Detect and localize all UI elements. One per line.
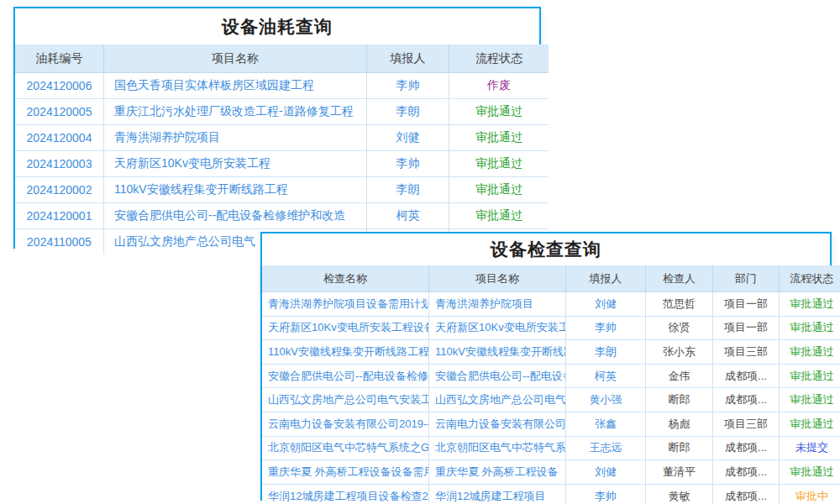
cell-status: 作废 [449, 73, 549, 99]
table-row[interactable]: 华润12城房建工程项目设备检查2华润12城房建工程项目李帅黄敏成都项...审批中 [262, 484, 840, 504]
cell-reporter[interactable]: 李帅 [367, 151, 449, 177]
column-header-project-name: 项目名称 [104, 45, 367, 73]
cell-status: 审批通过 [780, 388, 840, 412]
cell-reporter[interactable]: 刘健 [566, 292, 646, 317]
cell-project-name[interactable]: 山西弘文房地产总公司电气安 [429, 388, 566, 412]
equipment-inspection-table: 检查名称项目名称填报人检查人部门流程状态 青海洪湖养护院项目设备需用计划青海洪湖… [262, 265, 840, 504]
cell-inspector: 徐贤 [646, 316, 713, 340]
fuel-consumption-table: 油耗编号项目名称填报人流程状态 2024120006国色天香项目实体样板房区域园… [15, 45, 549, 255]
cell-reporter[interactable]: 张鑫 [566, 412, 646, 436]
cell-project-name[interactable]: 重庆江北污水处理厂级改造工程-道路修复工程 [104, 99, 367, 125]
table-row[interactable]: 2024120004青海洪湖养护院项目刘健审批通过 [15, 125, 549, 151]
cell-reporter[interactable]: 李朗 [367, 99, 449, 125]
cell-reporter[interactable]: 刘健 [566, 460, 646, 485]
table-row[interactable]: 2024120001安徽合肥供电公司--配电设备检修维护和改造柯英审批通过 [15, 203, 549, 229]
cell-project-name[interactable]: 华润12城房建工程项目 [429, 484, 566, 504]
cell-reporter[interactable]: 李朗 [367, 177, 449, 203]
table-header-row: 油耗编号项目名称填报人流程状态 [15, 45, 549, 73]
cell-inspector: 杨彪 [646, 412, 713, 436]
cell-reporter[interactable]: 李帅 [566, 484, 646, 504]
cell-status: 审批通过 [449, 151, 549, 177]
cell-fuel-id[interactable]: 2024120003 [15, 151, 104, 177]
cell-inspection-name[interactable]: 山西弘文房地产总公司电气安装工 [262, 388, 429, 412]
cell-project-name[interactable]: 安徽合肥供电公司--配电设备 [429, 364, 566, 388]
column-header-fuel-id: 油耗编号 [15, 45, 104, 73]
cell-fuel-id[interactable]: 2024120005 [15, 99, 104, 125]
cell-inspection-name[interactable]: 安徽合肥供电公司--配电设备检修维 [262, 364, 429, 388]
table-row[interactable]: 2024120002110kV安徽线程集变开断线路工程李朗审批通过 [15, 177, 549, 203]
cell-inspection-name[interactable]: 云南电力设备安装有限公司2019--1 [262, 412, 429, 436]
column-header-status: 流程状态 [780, 265, 840, 292]
cell-department: 成都项... [713, 364, 780, 388]
cell-department: 成都项... [713, 388, 780, 412]
cell-reporter[interactable]: 柯英 [566, 364, 646, 388]
cell-status: 未提交 [780, 436, 840, 460]
table-row[interactable]: 2024120006国色天香项目实体样板房区域园建工程李帅作废 [15, 73, 549, 99]
table-row[interactable]: 2024120005重庆江北污水处理厂级改造工程-道路修复工程李朗审批通过 [15, 99, 549, 125]
cell-project-name[interactable]: 天府新区10Kv变电所安装工程 [429, 316, 566, 340]
column-header-department: 部门 [713, 265, 780, 292]
table-row[interactable]: 2024120003天府新区10Kv变电所安装工程李帅审批通过 [15, 151, 549, 177]
cell-reporter[interactable]: 黄小强 [566, 388, 646, 412]
cell-inspection-name[interactable]: 华润12城房建工程项目设备检查2 [262, 484, 429, 504]
cell-fuel-id[interactable]: 2024120006 [15, 73, 104, 99]
cell-department: 项目一部 [713, 292, 780, 317]
cell-department: 项目三部 [713, 412, 780, 436]
cell-department: 成都项... [713, 436, 780, 460]
cell-fuel-id[interactable]: 2024110005 [15, 229, 104, 255]
cell-inspector: 断郎 [646, 436, 713, 460]
table-row[interactable]: 云南电力设备安装有限公司2019--1云南电力设备安装有限公司2张鑫杨彪项目三部… [262, 412, 840, 436]
table-row[interactable]: 天府新区10Kv变电所安装工程设备天府新区10Kv变电所安装工程李帅徐贤项目一部… [262, 316, 840, 340]
cell-status: 审批中 [780, 484, 840, 504]
equipment-inspection-query-panel: 设备检查查询 检查名称项目名称填报人检查人部门流程状态 青海洪湖养护院项目设备需… [260, 232, 832, 501]
table-row[interactable]: 山西弘文房地产总公司电气安装工山西弘文房地产总公司电气安黄小强断郎成都项...审… [262, 388, 840, 412]
cell-inspector: 张小东 [646, 340, 713, 365]
cell-inspector: 董清平 [646, 460, 713, 485]
cell-inspection-name[interactable]: 北京朝阳区电气中芯特气系统之GI [262, 436, 429, 460]
cell-reporter[interactable]: 柯英 [367, 203, 449, 229]
cell-project-name[interactable]: 青海洪湖养护院项目 [429, 292, 566, 317]
cell-status: 审批通过 [449, 203, 549, 229]
column-header-reporter: 填报人 [566, 265, 646, 292]
cell-inspector: 金伟 [646, 364, 713, 388]
cell-project-name[interactable]: 天府新区10Kv变电所安装工程 [104, 151, 367, 177]
table-row[interactable]: 青海洪湖养护院项目设备需用计划青海洪湖养护院项目刘健范思哲项目一部审批通过 [262, 292, 840, 317]
cell-department: 项目三部 [713, 340, 780, 365]
cell-fuel-id[interactable]: 2024120001 [15, 203, 104, 229]
cell-status: 审批通过 [780, 364, 840, 388]
cell-status: 审批通过 [780, 316, 840, 340]
cell-department: 成都项... [713, 460, 780, 485]
cell-reporter[interactable]: 刘健 [367, 125, 449, 151]
cell-project-name[interactable]: 国色天香项目实体样板房区域园建工程 [104, 73, 367, 99]
cell-reporter[interactable]: 王志远 [566, 436, 646, 460]
cell-inspection-name[interactable]: 青海洪湖养护院项目设备需用计划 [262, 292, 429, 317]
cell-fuel-id[interactable]: 2024120002 [15, 177, 104, 203]
cell-inspection-name[interactable]: 重庆华夏 外高桥工程设备设备需用 [262, 460, 429, 485]
table-row[interactable]: 北京朝阳区电气中芯特气系统之GI北京朝阳区电气中芯特气系统王志远断郎成都项...… [262, 436, 840, 460]
cell-reporter[interactable]: 李帅 [367, 73, 449, 99]
cell-reporter[interactable]: 李朗 [566, 340, 646, 365]
cell-status: 审批通过 [780, 340, 840, 365]
cell-inspection-name[interactable]: 110kV安徽线程集变开断线路工程设 [262, 340, 429, 365]
cell-project-name[interactable]: 云南电力设备安装有限公司2 [429, 412, 566, 436]
cell-project-name[interactable]: 青海洪湖养护院项目 [104, 125, 367, 151]
cell-project-name[interactable]: 安徽合肥供电公司--配电设备检修维护和改造 [104, 203, 367, 229]
table-row[interactable]: 重庆华夏 外高桥工程设备设备需用重庆华夏 外高桥工程设备刘健董清平成都项...审… [262, 460, 840, 485]
cell-reporter[interactable]: 李帅 [566, 316, 646, 340]
column-header-status: 流程状态 [449, 45, 549, 73]
cell-project-name[interactable]: 北京朝阳区电气中芯特气系统 [429, 436, 566, 460]
column-header-inspector: 检查人 [646, 265, 713, 292]
page-title: 设备检查查询 [262, 234, 830, 265]
cell-inspector: 范思哲 [646, 292, 713, 317]
page-title: 设备油耗查询 [15, 8, 539, 45]
cell-fuel-id[interactable]: 2024120004 [15, 125, 104, 151]
cell-status: 审批通过 [449, 125, 549, 151]
cell-project-name[interactable]: 重庆华夏 外高桥工程设备 [429, 460, 566, 485]
table-row[interactable]: 110kV安徽线程集变开断线路工程设110kV安徽线程集变开断线路李朗张小东项目… [262, 340, 840, 365]
cell-status: 审批通过 [449, 177, 549, 203]
cell-inspection-name[interactable]: 天府新区10Kv变电所安装工程设备 [262, 316, 429, 340]
cell-project-name[interactable]: 110kV安徽线程集变开断线路 [429, 340, 566, 365]
table-row[interactable]: 安徽合肥供电公司--配电设备检修维安徽合肥供电公司--配电设备柯英金伟成都项..… [262, 364, 840, 388]
cell-project-name[interactable]: 110kV安徽线程集变开断线路工程 [104, 177, 367, 203]
cell-inspector: 断郎 [646, 388, 713, 412]
